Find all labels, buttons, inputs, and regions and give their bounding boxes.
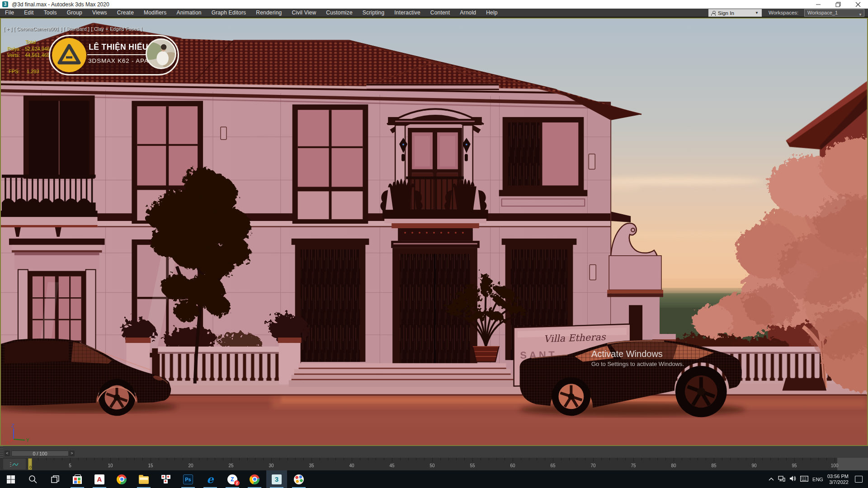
ruler-label: 15 <box>148 463 153 468</box>
ruler-label: 45 <box>389 463 394 468</box>
window-w3 <box>292 104 368 224</box>
search-button[interactable] <box>23 470 43 488</box>
window-upper-left <box>24 95 95 178</box>
app-icon: 3 <box>2 1 8 7</box>
minimize-button[interactable] <box>808 0 828 9</box>
ruler-label: 80 <box>671 463 676 468</box>
3ds-max-window: 3 @3d final.max - Autodesk 3ds Max 2020 … <box>0 0 868 488</box>
photoshop-icon[interactable]: Ps <box>178 470 198 488</box>
menu-item-views[interactable]: Views <box>87 9 112 16</box>
title-bar: 3 @3d final.max - Autodesk 3ds Max 2020 <box>0 0 868 9</box>
keyboard-icon[interactable] <box>800 475 808 483</box>
ruler-label: 20 <box>188 463 193 468</box>
ruler-label: 65 <box>550 463 555 468</box>
menu-item-edit[interactable]: Edit <box>19 9 38 16</box>
ruler-label: 95 <box>792 463 797 468</box>
entrance-steps <box>289 363 516 387</box>
dropdown-arrow-icon: ▼ <box>859 11 862 18</box>
taskbar: A Ps e Z2 3 ENG <box>0 470 868 488</box>
ruler-label: 30 <box>269 463 274 468</box>
chrome-icon[interactable] <box>111 470 132 488</box>
author-photo <box>146 38 176 69</box>
ruler-label: 85 <box>711 463 716 468</box>
viewport[interactable]: Villa Etheras SANT <box>0 18 868 446</box>
volume-icon[interactable] <box>789 475 796 483</box>
zalo-icon[interactable]: Z2 <box>222 470 243 488</box>
scene-render: Villa Etheras SANT <box>1 19 867 445</box>
menu-item-rendering[interactable]: Rendering <box>251 9 287 16</box>
svg-text:Y: Y <box>26 437 30 443</box>
chrome-alt-icon[interactable] <box>244 470 265 488</box>
menu-item-tools[interactable]: Tools <box>39 9 62 16</box>
sign-in-button[interactable]: Sign In ▼ <box>708 9 762 17</box>
autocad-icon[interactable]: A <box>89 470 110 488</box>
photos-app-icon[interactable] <box>156 470 176 488</box>
menu-item-scripting[interactable]: Scripting <box>358 9 390 16</box>
menu-item-create[interactable]: Create <box>112 9 139 16</box>
prev-frame-button[interactable]: < <box>5 450 10 456</box>
ruler-label: 25 <box>228 463 233 468</box>
menu-item-graph-editors[interactable]: Graph Editors <box>207 9 251 16</box>
tree-planter <box>782 378 826 391</box>
watermark-badge: LÊ THIỆN HIẾU 3DSMAX K62 - APA <box>49 35 179 75</box>
clock[interactable]: 03:56 PM 3/7/2022 <box>827 474 849 485</box>
action-center-icon[interactable] <box>855 476 863 483</box>
menu-item-help[interactable]: Help <box>481 9 502 16</box>
ruler-label: 55 <box>470 463 475 468</box>
window-title: @3d final.max - Autodesk 3ds Max 2020 <box>12 1 109 8</box>
menu-item-modifiers[interactable]: Modifiers <box>139 9 171 16</box>
stats-total: Total <box>25 39 36 45</box>
viewport-label[interactable]: [ + ] [ CoronaCamera001 ] [ Standard ] [… <box>4 26 142 32</box>
stats-polys: Polys:52,624,946 <box>7 46 50 52</box>
menu-item-interactive[interactable]: Interactive <box>389 9 425 16</box>
frame-counter[interactable]: 0 / 100 <box>11 450 69 456</box>
menu-item-animation[interactable]: Animation <box>172 9 207 16</box>
ruler-label: 5 <box>69 463 71 468</box>
network-icon[interactable] <box>778 475 785 483</box>
menu-item-civil-view[interactable]: Civil View <box>287 9 321 16</box>
ruler-label: 40 <box>349 463 354 468</box>
ruler-label: 75 <box>631 463 636 468</box>
triangle-logo-icon <box>52 38 86 72</box>
workspace-dropdown[interactable]: Workspace_1 ▼ <box>804 9 864 17</box>
watermark-subtitle: 3DSMAX K62 - APA <box>87 57 150 64</box>
window-w4 <box>499 117 588 206</box>
time-slider-marker[interactable]: 0 <box>28 458 32 470</box>
menu-item-content[interactable]: Content <box>425 9 455 16</box>
close-button[interactable] <box>848 0 868 9</box>
svg-text:Z: Z <box>11 423 14 428</box>
file-explorer-icon[interactable] <box>133 470 154 488</box>
ruler-label: 70 <box>590 463 595 468</box>
3ds-max-icon[interactable]: 3 <box>266 470 287 488</box>
activate-windows-text: Activate Windows <box>591 349 663 359</box>
language-indicator[interactable]: ENG <box>812 477 823 482</box>
stats-fps: FPS:1.293 <box>9 69 39 74</box>
edge-icon[interactable]: e <box>200 470 221 488</box>
ruler-label: 35 <box>309 463 314 468</box>
paint-icon[interactable] <box>288 470 309 488</box>
menu-item-group[interactable]: Group <box>62 9 87 16</box>
system-tray: ENG 03:56 PM 3/7/2022 <box>769 470 868 488</box>
activate-windows-subtext: Go to Settings to activate Windows. <box>591 361 684 367</box>
start-button[interactable] <box>0 470 21 488</box>
menu-item-file[interactable]: File <box>0 9 19 16</box>
ruler-mode-box[interactable] <box>3 459 26 469</box>
store-icon[interactable] <box>67 470 88 488</box>
watermark-name: LÊ THIỆN HIẾU <box>87 42 150 55</box>
time-ruler[interactable]: 0510152025303540455055606570758085909510… <box>0 458 868 470</box>
next-frame-button[interactable]: > <box>69 450 75 456</box>
timeline: < 0 / 100 > 0510152025303540455055606570… <box>0 446 868 470</box>
user-icon <box>711 11 716 15</box>
ruler-label: 50 <box>429 463 434 468</box>
restore-button[interactable] <box>828 0 848 9</box>
tray-chevron-icon[interactable] <box>769 475 774 483</box>
workspaces-label: Workspaces: <box>769 9 798 17</box>
menu-bar: FileEditToolsGroupViewsCreateModifiersAn… <box>0 9 868 17</box>
task-view-button[interactable] <box>45 470 66 488</box>
ruler-label: 90 <box>751 463 756 468</box>
ruler-label: 100 <box>831 463 839 468</box>
window-ground-mid <box>292 239 369 362</box>
ruler-label: 10 <box>108 463 113 468</box>
menu-item-arnold[interactable]: Arnold <box>455 9 481 16</box>
menu-item-customize[interactable]: Customize <box>321 9 357 16</box>
